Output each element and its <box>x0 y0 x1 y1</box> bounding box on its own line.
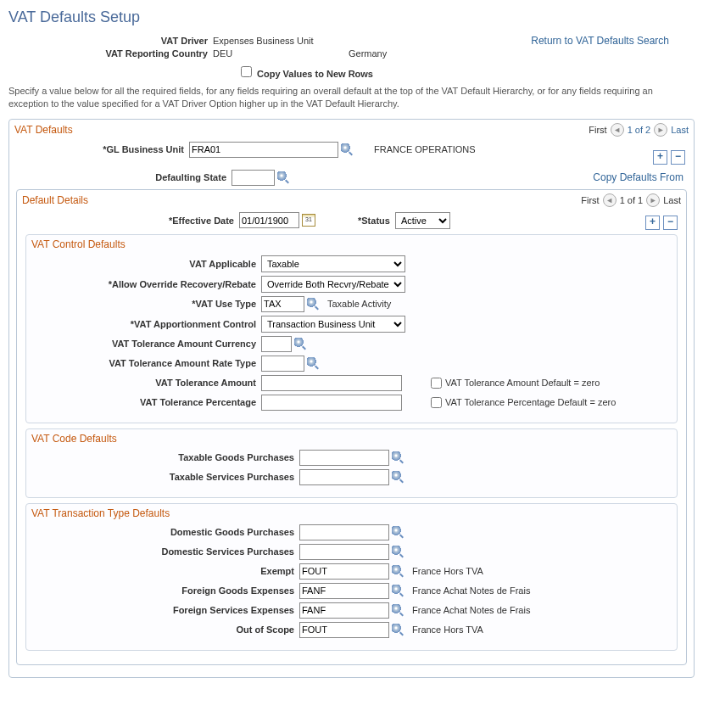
header-block: VAT Driver Expenses Business Unit Return… <box>8 35 695 110</box>
override-select[interactable]: Override Both Recvry/Rebate % <box>261 276 405 293</box>
vat-control-title: VAT Control Defaults <box>31 238 672 250</box>
pager-first-label: First <box>581 195 599 205</box>
pager-prev-icon[interactable]: ◄ <box>603 193 617 207</box>
lookup-icon[interactable] <box>392 546 404 557</box>
txn-desc: France Achat Notes de Frais <box>412 585 530 596</box>
lookup-icon[interactable] <box>277 171 289 183</box>
tol-curr-label: VAT Tolerance Amount Currency <box>31 339 261 349</box>
tol-rate-input[interactable] <box>261 356 304 372</box>
add-row-button[interactable]: + <box>653 150 667 165</box>
txn-desc: France Hors TVA <box>412 624 483 635</box>
override-label: *Allow Override Recovery/Rebate <box>31 279 261 289</box>
tol-amt-input[interactable] <box>261 375 402 391</box>
applicable-label: VAT Applicable <box>31 259 261 269</box>
lookup-icon[interactable] <box>392 451 404 463</box>
tol-pct-input[interactable] <box>261 395 402 411</box>
txn-input[interactable] <box>299 524 389 540</box>
vat-defaults-pager: First ◄ 1 of 2 ► Last <box>589 123 689 137</box>
pager-last-link[interactable]: Last <box>671 125 689 135</box>
lookup-icon[interactable] <box>392 471 404 483</box>
tol-pct-zero-checkbox[interactable] <box>431 397 442 408</box>
vat-defaults-title: VAT Defaults <box>14 124 73 136</box>
lookup-icon[interactable] <box>392 624 404 636</box>
apport-select[interactable]: Transaction Business Unit <box>261 316 405 333</box>
use-type-text: Taxable Activity <box>327 299 391 309</box>
pager-last-label: Last <box>663 195 681 205</box>
code-services-label: Taxable Services Purchases <box>31 472 299 482</box>
page-description: Specify a value below for all the requir… <box>8 85 695 110</box>
txn-label: Exempt <box>31 566 299 576</box>
lookup-icon[interactable] <box>307 357 319 369</box>
tol-curr-input[interactable] <box>261 336 292 352</box>
page-title: VAT Defaults Setup <box>8 8 695 26</box>
txn-label: Foreign Goods Expenses <box>31 585 299 596</box>
lookup-icon[interactable] <box>392 604 404 616</box>
txn-input[interactable] <box>299 622 389 638</box>
txn-row: Out of ScopeFrance Hors TVA <box>31 622 672 638</box>
apport-label: *VAT Apportionment Control <box>31 319 261 329</box>
code-goods-input[interactable] <box>299 450 389 466</box>
tol-amt-label: VAT Tolerance Amount <box>31 378 261 388</box>
pager-first-label: First <box>589 125 606 135</box>
pager-range[interactable]: 1 of 2 <box>628 125 651 135</box>
code-services-input[interactable] <box>299 469 389 485</box>
copy-rows-label: Copy Values to New Rows <box>257 69 373 79</box>
vat-defaults-section: VAT Defaults First ◄ 1 of 2 ► Last *GL B… <box>8 119 695 678</box>
lookup-icon[interactable] <box>294 338 306 350</box>
remove-row-button[interactable]: − <box>671 150 685 165</box>
tol-pct-zero-label: VAT Tolerance Percentage Default = zero <box>445 397 616 407</box>
vat-txn-section: VAT Transaction Type Defaults Domestic G… <box>25 503 678 651</box>
pager-next-icon[interactable]: ► <box>654 123 667 137</box>
txn-label: Out of Scope <box>31 624 299 635</box>
vat-code-section: VAT Code Defaults Taxable Goods Purchase… <box>25 428 678 498</box>
txn-row: ExemptFrance Hors TVA <box>31 563 672 580</box>
default-details-section: Default Details First ◄ 1 of 1 ► Last *E… <box>16 189 687 665</box>
code-goods-label: Taxable Goods Purchases <box>31 452 299 462</box>
vat-code-title: VAT Code Defaults <box>31 433 672 445</box>
txn-input[interactable] <box>299 602 389 619</box>
lookup-icon[interactable] <box>341 143 353 155</box>
lookup-icon[interactable] <box>307 298 319 310</box>
tol-pct-label: VAT Tolerance Percentage <box>31 397 261 407</box>
txn-label: Domestic Goods Purchases <box>31 527 299 537</box>
tol-amt-zero-label: VAT Tolerance Amount Default = zero <box>445 378 600 388</box>
gl-bu-input[interactable] <box>189 142 338 158</box>
vat-control-section: VAT Control Defaults VAT Applicable Taxa… <box>25 234 678 423</box>
applicable-select[interactable]: Taxable <box>261 255 405 272</box>
pager-prev-icon[interactable]: ◄ <box>611 123 624 137</box>
tol-amt-zero-checkbox[interactable] <box>431 378 442 389</box>
txn-input[interactable] <box>299 544 389 560</box>
txn-desc: France Hors TVA <box>412 566 483 576</box>
eff-date-input[interactable] <box>239 212 299 228</box>
txn-row: Domestic Goods Purchases <box>31 524 672 540</box>
pager-range: 1 of 1 <box>620 195 644 205</box>
vat-country-label: VAT Reporting Country <box>8 48 213 59</box>
txn-input[interactable] <box>299 583 389 599</box>
return-link[interactable]: Return to VAT Defaults Search <box>531 35 695 47</box>
copy-defaults-link[interactable]: Copy Defaults From <box>593 171 683 183</box>
vat-txn-title: VAT Transaction Type Defaults <box>31 507 672 519</box>
default-details-pager: First ◄ 1 of 1 ► Last <box>581 193 681 207</box>
txn-input[interactable] <box>299 563 389 580</box>
lookup-icon[interactable] <box>392 565 404 577</box>
status-select[interactable]: Active <box>395 212 450 229</box>
remove-row-button[interactable]: − <box>663 216 678 230</box>
gl-bu-name: FRANCE OPERATIONS <box>374 144 476 154</box>
eff-date-label: *Effective Date <box>22 216 239 226</box>
txn-label: Domestic Services Purchases <box>31 546 299 557</box>
gl-bu-label: *GL Business Unit <box>14 144 189 154</box>
calendar-icon[interactable]: 31 <box>302 214 315 227</box>
tol-rate-label: VAT Tolerance Amount Rate Type <box>31 358 261 368</box>
lookup-icon[interactable] <box>392 585 404 596</box>
copy-rows-checkbox[interactable] <box>241 66 252 77</box>
use-type-input[interactable] <box>261 296 304 312</box>
pager-next-icon[interactable]: ► <box>646 193 660 207</box>
def-state-input[interactable] <box>232 170 275 186</box>
lookup-icon[interactable] <box>392 526 404 538</box>
vat-country-name: Germany <box>349 48 387 59</box>
vat-driver-value: Expenses Business Unit <box>213 36 349 46</box>
use-type-label: *VAT Use Type <box>31 299 261 309</box>
add-row-button[interactable]: + <box>645 216 660 230</box>
txn-row: Domestic Services Purchases <box>31 544 672 560</box>
txn-row: Foreign Goods ExpensesFrance Achat Notes… <box>31 583 672 599</box>
